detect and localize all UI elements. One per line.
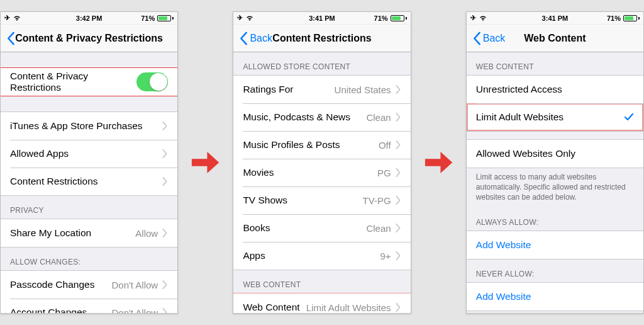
row-label: Add Website <box>476 291 634 302</box>
row-label: Add Website <box>476 239 634 251</box>
arrow-right-icon <box>191 150 220 175</box>
content-area: ALLOWED STORE CONTENT Ratings ForUnited … <box>233 52 410 313</box>
status-bar: ✈︎ 3:41 PM 71% <box>233 12 410 25</box>
status-time: 3:41 PM <box>467 14 643 22</box>
status-bar: ✈︎ 3:42 PM 71% <box>1 12 177 25</box>
section-header-web: WEB CONTENT <box>233 270 410 293</box>
row-label: Limit Adult Websites <box>476 111 624 123</box>
checkmark-icon <box>624 112 634 122</box>
row-allowed-apps[interactable]: Allowed Apps <box>1 140 177 168</box>
section-header-privacy: PRIVACY <box>1 196 177 219</box>
chevron-right-icon <box>395 168 401 177</box>
row-detail: Don't Allow <box>111 307 158 314</box>
row-detail: Allow <box>135 228 158 239</box>
status-time: 3:41 PM <box>233 14 410 22</box>
row-store-content[interactable]: Apps9+ <box>233 242 410 270</box>
row-add-website-never[interactable]: Add Website <box>467 283 643 311</box>
chevron-right-icon <box>395 303 401 312</box>
row-web-content[interactable]: Web Content Limit Adult Websites <box>233 294 410 313</box>
status-time: 3:42 PM <box>1 14 177 22</box>
row-label: Apps <box>243 250 380 261</box>
section-header-store: ALLOWED STORE CONTENT <box>233 52 410 75</box>
row-detail: Clean <box>366 223 391 234</box>
row-detail: Limit Adult Websites <box>306 302 391 313</box>
row-label: Content Restrictions <box>10 176 162 187</box>
row-content-restrictions[interactable]: Content Restrictions <box>1 168 177 195</box>
row-itunes-app-store[interactable]: iTunes & App Store Purchases <box>1 112 177 140</box>
row-account-changes[interactable]: Account Changes Don't Allow <box>1 299 177 313</box>
row-limit-adult-websites[interactable]: Limit Adult Websites <box>467 103 643 131</box>
row-share-my-location[interactable]: Share My Location Allow <box>1 219 177 247</box>
row-detail: Clean <box>366 112 391 123</box>
row-unrestricted-access[interactable]: Unrestricted Access <box>467 76 643 103</box>
arrow-right-icon <box>424 150 453 175</box>
row-label: Passcode Changes <box>10 279 111 290</box>
back-label: Back <box>250 33 272 44</box>
row-label: Ratings For <box>243 84 334 95</box>
screen-content-privacy-restrictions: ✈︎ 3:42 PM 71% Content & Privacy Restric… <box>0 11 178 314</box>
row-add-website-always[interactable]: Add Website <box>467 231 643 259</box>
row-label: Web Content <box>243 302 306 313</box>
section-header-always-allow: ALWAYS ALLOW: <box>467 208 643 231</box>
back-button[interactable]: Back <box>470 31 506 45</box>
section-header-allow-changes: ALLOW CHANGES: <box>1 248 177 270</box>
chevron-right-icon <box>162 280 168 289</box>
section-header-never-allow: NEVER ALLOW: <box>467 259 643 282</box>
chevron-right-icon <box>395 140 401 149</box>
row-label: Account Changes <box>10 307 111 313</box>
row-store-content[interactable]: Music Profiles & PostsOff <box>233 131 410 159</box>
row-detail: United States <box>335 84 391 95</box>
navbar: Back Web Content <box>467 25 643 52</box>
row-content-privacy-toggle[interactable]: Content & Privacy Restrictions <box>1 68 177 96</box>
row-label: Movies <box>243 167 377 178</box>
chevron-right-icon <box>162 177 168 186</box>
row-store-content[interactable]: Ratings ForUnited States <box>233 76 410 103</box>
row-store-content[interactable]: TV ShowsTV-PG <box>233 186 410 214</box>
row-detail: Off <box>379 140 391 151</box>
row-detail: Don't Allow <box>111 280 158 290</box>
row-label: Books <box>243 222 366 234</box>
navbar: Back Content Restrictions <box>233 25 410 52</box>
row-store-content[interactable]: BooksClean <box>233 214 410 242</box>
row-detail: 9+ <box>380 251 391 261</box>
chevron-right-icon <box>395 85 401 94</box>
status-bar: ✈︎ 3:41 PM 71% <box>467 12 643 25</box>
chevron-right-icon <box>162 149 168 158</box>
content-area: Content & Privacy Restrictions iTunes & … <box>1 52 177 313</box>
row-label: Unrestricted Access <box>476 84 634 95</box>
chevron-right-icon <box>395 251 401 260</box>
row-label: TV Shows <box>243 195 362 206</box>
row-store-content[interactable]: MoviesPG <box>233 159 410 186</box>
row-detail: PG <box>377 168 391 178</box>
chevron-left-icon <box>237 31 250 45</box>
content-area: WEB CONTENT Unrestricted Access Limit Ad… <box>467 52 643 313</box>
row-label: Content & Privacy Restrictions <box>10 71 136 93</box>
page-title: Web Content <box>524 33 586 44</box>
navbar: Content & Privacy Restrictions <box>1 25 177 52</box>
row-allowed-websites-only[interactable]: Allowed Websites Only <box>467 140 643 168</box>
section-header-web: WEB CONTENT <box>467 52 643 75</box>
chevron-right-icon <box>162 308 168 313</box>
back-label: Back <box>483 33 506 44</box>
back-button[interactable]: Back <box>237 31 272 45</box>
chevron-right-icon <box>395 113 401 122</box>
chevron-right-icon <box>162 229 168 237</box>
row-label: Share My Location <box>10 227 135 239</box>
row-passcode-changes[interactable]: Passcode Changes Don't Allow <box>1 271 177 299</box>
row-label: iTunes & App Store Purchases <box>10 120 162 132</box>
chevron-left-icon <box>470 31 483 45</box>
chevron-left-icon <box>4 31 17 45</box>
row-detail: TV-PG <box>363 195 391 206</box>
page-title: Content Restrictions <box>272 33 371 44</box>
page-title: Content & Privacy Restrictions <box>15 33 163 44</box>
row-store-content[interactable]: Music, Podcasts & NewsClean <box>233 103 410 131</box>
row-label: Music Profiles & Posts <box>243 139 378 151</box>
back-button[interactable] <box>4 31 17 45</box>
toggle-switch[interactable] <box>136 72 168 91</box>
row-label: Allowed Websites Only <box>476 148 634 159</box>
row-label: Music, Podcasts & News <box>243 111 366 123</box>
chevron-right-icon <box>395 224 401 232</box>
row-label: Allowed Apps <box>10 148 162 159</box>
screen-web-content: ✈︎ 3:41 PM 71% Back Web Content WEB CONT… <box>466 11 644 314</box>
section-footer: Limit access to many adult websites auto… <box>467 168 643 208</box>
